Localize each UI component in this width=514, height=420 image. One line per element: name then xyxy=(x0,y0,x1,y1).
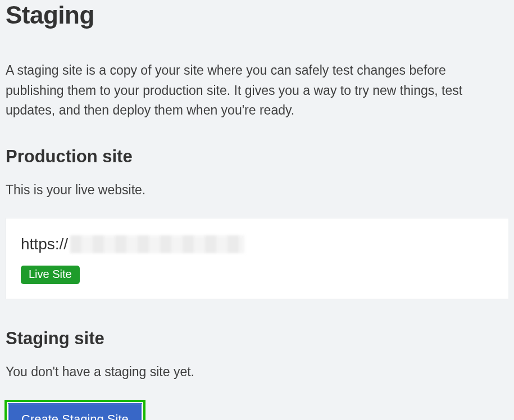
production-site-card: https:// Live Site xyxy=(6,218,508,299)
create-staging-site-button[interactable]: Create Staging Site xyxy=(8,404,142,420)
create-staging-highlight: Create Staging Site xyxy=(4,400,145,420)
production-description: This is your live website. xyxy=(6,182,508,198)
live-site-badge: Live Site xyxy=(21,266,80,284)
staging-description: You don't have a staging site yet. xyxy=(6,364,508,380)
production-url-protocol: https:// xyxy=(21,235,68,253)
page-title: Staging xyxy=(6,1,508,29)
production-url-redacted xyxy=(70,235,244,253)
production-heading: Production site xyxy=(6,147,508,167)
production-url: https:// xyxy=(21,235,494,253)
staging-intro-text: A staging site is a copy of your site wh… xyxy=(6,61,500,121)
staging-heading: Staging site xyxy=(6,328,508,349)
